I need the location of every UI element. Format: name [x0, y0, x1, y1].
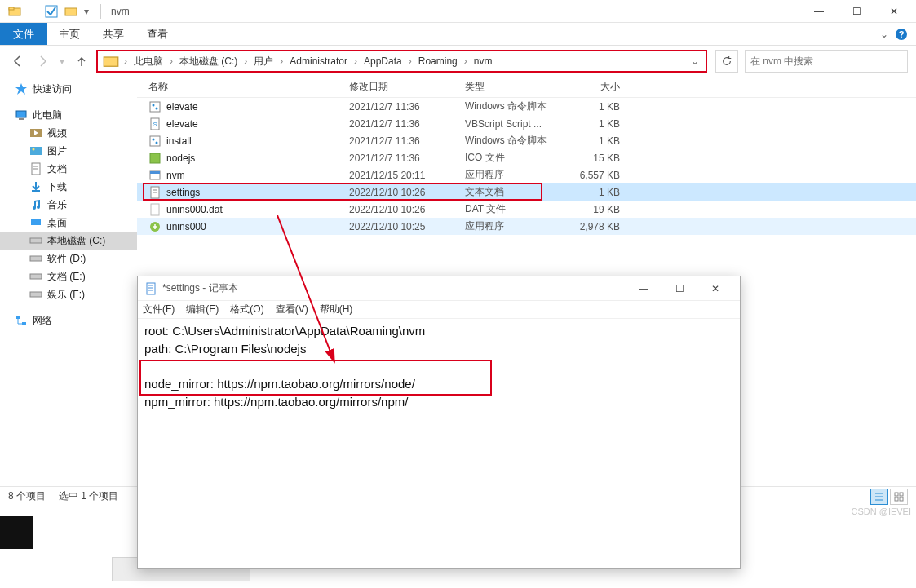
- notepad-titlebar[interactable]: *settings - 记事本 — ☐ ✕: [138, 276, 740, 301]
- folder-small-icon[interactable]: [64, 5, 77, 18]
- breadcrumb-seg[interactable]: Administrator: [285, 55, 352, 67]
- file-date: 2021/12/7 11:36: [349, 135, 465, 147]
- search-input[interactable]: 在 nvm 中搜索: [745, 50, 908, 73]
- file-date: 2022/12/10 10:26: [349, 204, 465, 215]
- notepad-text-area[interactable]: root: C:\Users\Administrator\AppData\Roa…: [138, 319, 740, 414]
- refresh-button[interactable]: [715, 50, 738, 73]
- sidebar-item-label: 文档: [47, 162, 67, 176]
- col-date[interactable]: 修改日期: [349, 80, 465, 94]
- file-row[interactable]: Selevate2021/12/7 11:36VBScript Script .…: [137, 115, 916, 132]
- sidebar-network[interactable]: 网络: [0, 312, 137, 329]
- file-row[interactable]: unins0002022/12/10 10:25应用程序2,978 KB: [137, 218, 916, 235]
- ribbon-tabs: 文件 主页 共享 查看 ⌄ ?: [0, 23, 916, 46]
- tab-share[interactable]: 共享: [91, 23, 135, 45]
- view-details-button[interactable]: [870, 489, 888, 505]
- chevron-right-icon[interactable]: ›: [407, 55, 414, 67]
- chevron-right-icon[interactable]: ›: [462, 55, 469, 67]
- file-date: 2022/12/10 10:25: [349, 221, 465, 232]
- file-row[interactable]: nvm2021/12/15 20:11应用程序6,557 KB: [137, 166, 916, 183]
- chevron-right-icon[interactable]: ›: [168, 55, 175, 67]
- video-icon: [29, 126, 42, 139]
- file-row[interactable]: install2021/12/7 11:36Windows 命令脚本1 KB: [137, 132, 916, 149]
- file-row[interactable]: unins000.dat2022/12/10 10:26DAT 文件19 KB: [137, 201, 916, 218]
- svg-rect-43: [900, 493, 903, 496]
- menu-edit[interactable]: 编辑(E): [186, 303, 219, 316]
- checkbox-icon[interactable]: [45, 5, 58, 18]
- col-type[interactable]: 类型: [465, 80, 563, 94]
- up-button[interactable]: [72, 51, 91, 71]
- sidebar-item-documents[interactable]: 文档: [0, 160, 137, 178]
- file-date: 2021/12/7 11:36: [349, 153, 465, 164]
- chevron-right-icon[interactable]: ›: [278, 55, 285, 67]
- menu-help[interactable]: 帮助(H): [320, 303, 353, 316]
- maximize-button[interactable]: ☐: [838, 0, 875, 23]
- close-button[interactable]: ✕: [875, 0, 913, 23]
- notepad-close-button[interactable]: ✕: [697, 276, 733, 301]
- sidebar-item-pictures[interactable]: 图片: [0, 142, 137, 160]
- file-row[interactable]: nodejs2021/12/7 11:36ICO 文件15 KB: [137, 149, 916, 166]
- svg-rect-42: [895, 493, 898, 496]
- sidebar-item-drive-c[interactable]: 本地磁盘 (C:): [0, 232, 137, 250]
- svg-rect-1: [9, 7, 14, 10]
- sidebar-item-label: 视频: [47, 126, 67, 140]
- file-name: unins000: [166, 221, 206, 232]
- help-icon[interactable]: ?: [895, 28, 908, 41]
- file-row[interactable]: elevate2021/12/7 11:36Windows 命令脚本1 KB: [137, 98, 916, 115]
- sidebar-item-desktop[interactable]: 桌面: [0, 214, 137, 232]
- recent-dropdown[interactable]: ▾: [57, 51, 67, 71]
- col-name[interactable]: 名称: [148, 80, 349, 94]
- sidebar-item-drive-e[interactable]: 文档 (E:): [0, 267, 137, 285]
- breadcrumb-seg[interactable]: Roaming: [414, 55, 462, 67]
- breadcrumb-seg[interactable]: nvm: [469, 55, 498, 67]
- notepad-icon: [144, 282, 157, 295]
- sidebar-item-downloads[interactable]: 下载: [0, 178, 137, 196]
- breadcrumb-seg[interactable]: 用户: [249, 55, 278, 69]
- tab-home[interactable]: 主页: [47, 23, 91, 45]
- file-row[interactable]: settings2022/12/10 10:26文本文档1 KB: [137, 183, 916, 201]
- notepad-minimize-button[interactable]: —: [626, 276, 662, 301]
- document-icon: [29, 162, 42, 175]
- breadcrumb-seg[interactable]: 此电脑: [129, 55, 168, 69]
- file-type: ICO 文件: [465, 151, 563, 165]
- address-dropdown-icon[interactable]: ⌄: [686, 55, 704, 67]
- breadcrumb-seg[interactable]: 本地磁盘 (C:): [175, 55, 242, 69]
- chevron-right-icon[interactable]: ›: [122, 55, 129, 67]
- view-icons-button[interactable]: [890, 489, 908, 505]
- file-size: 19 KB: [563, 204, 620, 215]
- chevron-right-icon[interactable]: ›: [352, 55, 359, 67]
- text-line: node_mirror: https://npm.taobao.org/mirr…: [144, 375, 733, 393]
- file-icon: [148, 169, 162, 182]
- file-type: DAT 文件: [465, 202, 563, 216]
- notepad-maximize-button[interactable]: ☐: [662, 276, 697, 301]
- window-title: nvm: [111, 6, 130, 17]
- expand-ribbon-icon[interactable]: ⌄: [880, 29, 888, 40]
- file-type: Windows 命令脚本: [465, 99, 563, 113]
- menu-view[interactable]: 查看(V): [276, 303, 308, 316]
- column-headers[interactable]: 名称 修改日期 类型 大小: [137, 77, 916, 98]
- file-type: Windows 命令脚本: [465, 134, 563, 148]
- svg-rect-19: [30, 274, 42, 279]
- sidebar-item-videos[interactable]: 视频: [0, 124, 137, 142]
- sidebar-item-drive-d[interactable]: 软件 (D:): [0, 250, 137, 267]
- menu-file[interactable]: 文件(F): [143, 303, 175, 316]
- tab-view[interactable]: 查看: [135, 23, 179, 45]
- back-button[interactable]: [8, 51, 28, 71]
- address-bar[interactable]: › 此电脑› 本地磁盘 (C:)› 用户› Administrator› App…: [96, 50, 707, 73]
- breadcrumb-seg[interactable]: AppData: [359, 55, 407, 67]
- file-tab[interactable]: 文件: [0, 23, 47, 45]
- svg-rect-8: [19, 118, 24, 120]
- svg-rect-33: [150, 171, 160, 174]
- file-date: 2021/12/7 11:36: [349, 118, 465, 130]
- sidebar-item-music[interactable]: 音乐: [0, 196, 137, 214]
- forward-button[interactable]: [33, 51, 52, 71]
- svg-point-30: [156, 141, 158, 144]
- chevron-right-icon[interactable]: ›: [242, 55, 249, 67]
- sidebar-this-pc[interactable]: 此电脑: [0, 106, 137, 124]
- col-size[interactable]: 大小: [563, 80, 620, 94]
- minimize-button[interactable]: —: [800, 0, 838, 23]
- file-size: 6,557 KB: [563, 170, 620, 181]
- qat-dropdown-icon[interactable]: ▾: [84, 6, 89, 17]
- menu-format[interactable]: 格式(O): [230, 303, 263, 316]
- sidebar-quick-access[interactable]: 快速访问: [0, 80, 137, 98]
- sidebar-item-drive-f[interactable]: 娱乐 (F:): [0, 285, 137, 303]
